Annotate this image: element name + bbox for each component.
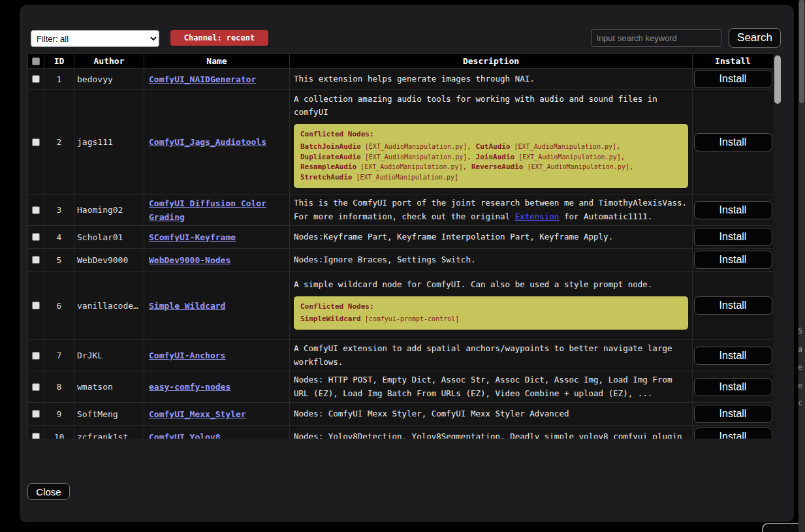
table-body: 1 bedovyy ComfyUI_NAIDGenerator This ext…	[28, 69, 774, 439]
search-button[interactable]: Search	[729, 28, 781, 48]
row-author: Haoming02	[74, 195, 144, 226]
header-name: Name	[144, 54, 290, 69]
row-id: 4	[44, 226, 74, 249]
row-name-cell: ComfyUI-Anchors	[144, 340, 290, 371]
row-description: A ComfyUI extension to add spatial ancho…	[290, 340, 693, 371]
table-scrollbar-track[interactable]	[773, 54, 782, 439]
row-install-cell: Install	[693, 371, 774, 403]
row-author: WebDev9000	[74, 249, 144, 272]
row-author: jags111	[74, 90, 144, 195]
row-name-cell: ComfyUI Yolov8	[144, 426, 290, 439]
row-id: 5	[44, 249, 74, 272]
row-checkbox-cell	[28, 226, 44, 249]
extensions-table: ID Author Name Description Install 1 bed…	[27, 54, 773, 439]
extension-name-link[interactable]: ComfyUI_Jags_Audiotools	[149, 137, 266, 147]
page-scrollbar-thumb[interactable]	[799, 0, 804, 103]
row-name-cell: Simple Wildcard	[144, 272, 290, 340]
table-header-row: ID Author Name Description Install	[28, 54, 774, 69]
row-description: This extension helps generate images thr…	[290, 69, 693, 90]
extension-name-link[interactable]: SComfyUI-Keyframe	[149, 232, 236, 242]
row-checkbox[interactable]	[32, 138, 40, 146]
install-button[interactable]: Install	[694, 201, 772, 219]
row-id: 8	[44, 371, 74, 403]
filter-select[interactable]: Filter: all	[31, 30, 159, 47]
row-checkbox[interactable]	[32, 410, 40, 418]
row-name-cell: ComfyUI_NAIDGenerator	[144, 69, 290, 90]
row-checkbox-cell	[28, 426, 44, 439]
row-name-cell: ComfyUI_Jags_Audiotools	[144, 90, 290, 195]
row-install-cell: Install	[693, 69, 774, 90]
select-all-cell	[28, 54, 44, 69]
search-input[interactable]	[591, 29, 721, 47]
header-id: ID	[44, 54, 74, 69]
table-row: 1 bedovyy ComfyUI_NAIDGenerator This ext…	[28, 69, 774, 90]
table-row: 9 SoftMeng ComfyUI_Mexx_Styler Nodes: Co…	[28, 403, 774, 426]
extension-name-link[interactable]: WebDev9000-Nodes	[149, 255, 230, 265]
install-button[interactable]: Install	[694, 228, 772, 246]
row-install-cell: Install	[693, 426, 774, 439]
install-button[interactable]: Install	[694, 251, 772, 269]
page-scrollbar-track[interactable]	[798, 0, 805, 532]
row-checkbox[interactable]	[32, 302, 40, 309]
install-button[interactable]: Install	[694, 428, 772, 439]
row-checkbox[interactable]	[32, 352, 40, 360]
row-author: DrJKL	[74, 340, 144, 371]
row-id: 1	[44, 69, 74, 90]
row-checkbox[interactable]	[32, 233, 40, 241]
row-checkbox[interactable]	[32, 256, 40, 264]
background-fragment: a	[798, 345, 802, 354]
table-row: 8 wmatson easy-comfy-nodes Nodes: HTTP P…	[28, 371, 774, 403]
install-button[interactable]: Install	[694, 347, 772, 365]
row-name-cell: ComfyUI_Mexx_Styler	[144, 403, 290, 426]
extension-name-link[interactable]: ComfyUI-Anchors	[149, 351, 225, 360]
table-row: 2 jags111 ComfyUI_Jags_Audiotools A coll…	[28, 90, 774, 195]
table-row: 3 Haoming02 ComfyUI Diffusion Color Grad…	[28, 195, 774, 226]
install-button[interactable]: Install	[694, 296, 772, 315]
conflicted-nodes-box: Conflicted Nodes:SimpleWildcard [comfyui…	[294, 296, 688, 330]
row-install-cell: Install	[693, 195, 774, 226]
close-button[interactable]: Close	[27, 483, 70, 500]
description-link[interactable]: Extension	[515, 211, 560, 221]
row-install-cell: Install	[693, 272, 774, 340]
row-checkbox[interactable]	[32, 206, 40, 214]
row-checkbox-cell	[28, 340, 44, 371]
row-install-cell: Install	[693, 90, 774, 195]
row-name-cell: ComfyUI Diffusion Color Grading	[144, 195, 290, 226]
row-description: Nodes:Keyframe Part, Keyframe Interpolat…	[290, 226, 693, 249]
install-button[interactable]: Install	[694, 133, 772, 151]
header-install: Install	[693, 54, 774, 69]
extension-name-link[interactable]: Simple Wildcard	[149, 301, 225, 311]
install-button[interactable]: Install	[694, 70, 772, 88]
row-install-cell: Install	[693, 226, 774, 249]
row-checkbox-cell	[28, 272, 44, 340]
extension-name-link[interactable]: ComfyUI_NAIDGenerator	[149, 74, 256, 84]
row-id: 3	[44, 195, 74, 226]
row-author: Scholar01	[74, 226, 144, 249]
row-name-cell: SComfyUI-Keyframe	[144, 226, 290, 249]
row-install-cell: Install	[693, 249, 774, 272]
row-author: vanillacode314	[74, 272, 144, 340]
extension-name-link[interactable]: easy-comfy-nodes	[149, 382, 230, 392]
row-checkbox[interactable]	[32, 433, 40, 439]
background-fragment: S	[798, 326, 802, 336]
install-button[interactable]: Install	[694, 405, 772, 423]
row-checkbox[interactable]	[32, 383, 40, 391]
header-author: Author	[74, 54, 144, 69]
background-fragment: e	[798, 363, 802, 372]
table-row: 5 WebDev9000 WebDev9000-Nodes Nodes:Igno…	[28, 249, 774, 272]
table-row: 4 Scholar01 SComfyUI-Keyframe Nodes:Keyf…	[28, 226, 774, 249]
extension-name-link[interactable]: ComfyUI_Mexx_Styler	[149, 409, 246, 419]
table-row: 10 zcfrank1st ComfyUI Yolov8 Nodes: Yolo…	[28, 426, 774, 439]
row-id: 6	[44, 272, 74, 340]
row-author: bedovyy	[74, 69, 144, 90]
row-checkbox[interactable]	[32, 75, 40, 83]
row-name-cell: WebDev9000-Nodes	[144, 249, 290, 272]
install-button[interactable]: Install	[694, 378, 772, 396]
row-author: SoftMeng	[74, 403, 144, 426]
extension-name-link[interactable]: ComfyUI Yolov8	[149, 432, 221, 439]
select-all-checkbox[interactable]	[32, 57, 40, 65]
row-checkbox-cell	[28, 403, 44, 426]
header-description: Description	[290, 54, 693, 69]
extension-name-link[interactable]: ComfyUI Diffusion Color Grading	[149, 198, 266, 222]
table-scrollbar-thumb[interactable]	[774, 55, 781, 104]
